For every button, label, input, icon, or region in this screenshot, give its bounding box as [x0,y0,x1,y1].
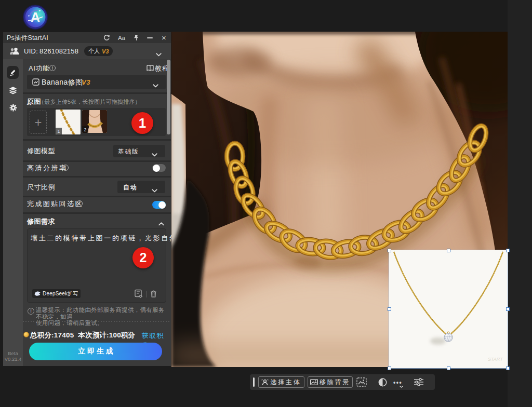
svg-text:A: A [31,10,40,24]
svg-text:START: START [488,357,503,362]
